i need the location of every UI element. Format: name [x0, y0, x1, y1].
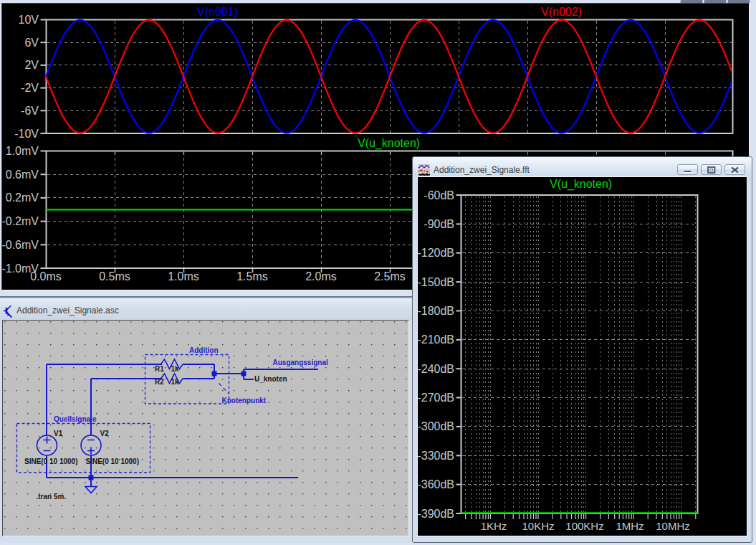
svg-text:-270dB: -270dB [417, 392, 454, 404]
svg-text:10MHz: 10MHz [656, 520, 690, 532]
svg-text:V(u_knoten): V(u_knoten) [550, 178, 612, 191]
svg-text:1KHz: 1KHz [481, 520, 507, 532]
svg-text:-210dB: -210dB [417, 333, 454, 346]
svg-text:-120dB: -120dB [417, 247, 454, 259]
svg-text:-390dB: -390dB [417, 508, 454, 520]
svg-text:-90dB: -90dB [424, 218, 454, 230]
svg-text:-180dB: -180dB [417, 305, 454, 317]
svg-text:-240dB: -240dB [417, 363, 454, 375]
svg-text:-60dB: -60dB [424, 189, 454, 202]
svg-text:100KHz: 100KHz [565, 520, 603, 532]
svg-text:-330dB: -330dB [417, 450, 454, 462]
svg-text:1MHz: 1MHz [616, 520, 643, 532]
svg-text:-300dB: -300dB [417, 420, 454, 432]
svg-text:-360dB: -360dB [417, 478, 454, 490]
svg-text:-150dB: -150dB [417, 276, 454, 288]
svg-text:10KHz: 10KHz [522, 520, 554, 532]
